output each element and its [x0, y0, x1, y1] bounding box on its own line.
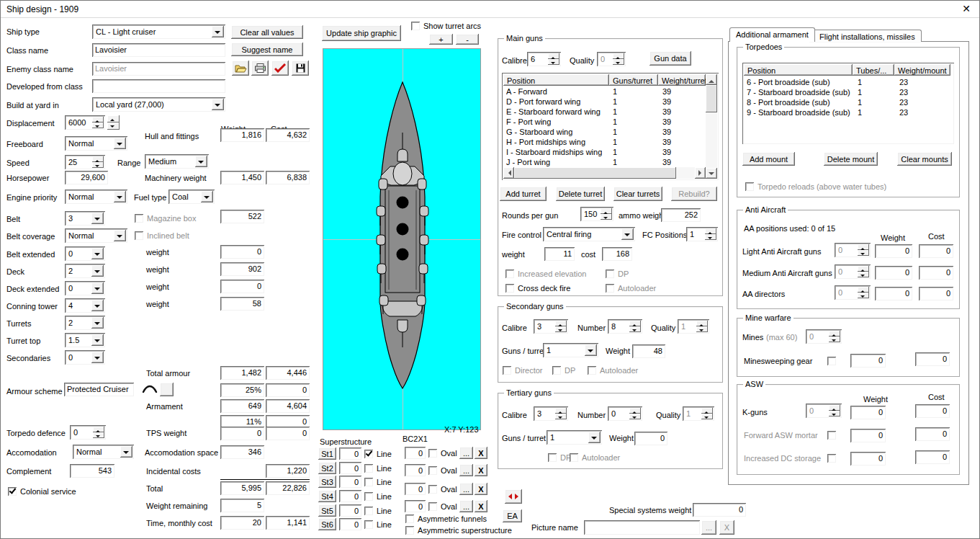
- conning-tower-select[interactable]: 4: [65, 298, 105, 313]
- oval1-delete-button[interactable]: X: [475, 447, 487, 459]
- oval2-field[interactable]: 0: [405, 464, 426, 476]
- turrets-select[interactable]: 2: [65, 316, 105, 330]
- delete-turret-button[interactable]: Delete turret: [556, 187, 605, 201]
- spinner-buttons[interactable]: [601, 208, 612, 220]
- st4-button[interactable]: St4: [318, 490, 336, 502]
- minesweeping-checkbox[interactable]: [827, 356, 836, 365]
- spin-down-icon[interactable]: [858, 293, 869, 298]
- validate-design-button[interactable]: [271, 61, 289, 76]
- torpedo-defence-spinner[interactable]: 0: [70, 425, 106, 440]
- spin-down-icon[interactable]: [705, 234, 716, 240]
- scroll-up-icon[interactable]: [709, 77, 714, 83]
- tertiary-number-spinner[interactable]: 0: [608, 406, 642, 421]
- save-button[interactable]: [292, 61, 309, 76]
- chevron-down-icon[interactable]: [621, 228, 634, 240]
- spinner-buttons[interactable]: [858, 266, 869, 277]
- oval1-checkbox[interactable]: Oval: [428, 448, 457, 458]
- spinner-buttons[interactable]: [92, 117, 104, 128]
- st2-line-checkbox[interactable]: Line: [364, 463, 392, 473]
- spinner-buttons[interactable]: [858, 244, 869, 256]
- suggest-name-button[interactable]: Suggest name: [231, 43, 303, 56]
- vertical-scrollbar[interactable]: [706, 74, 717, 179]
- spin-up-icon[interactable]: [829, 331, 840, 337]
- st5-line-checkbox[interactable]: Line: [364, 506, 392, 515]
- spin-up-icon[interactable]: [696, 321, 708, 326]
- show-turret-arcs-checkbox[interactable]: Show turret arcs: [411, 21, 481, 30]
- build-yard-select[interactable]: Local yard (27,000): [92, 97, 225, 112]
- deck-select[interactable]: 2: [65, 264, 105, 278]
- spin-up-icon[interactable]: [92, 156, 104, 162]
- spinner-buttons[interactable]: [858, 287, 869, 298]
- checkbox-box[interactable]: [405, 526, 414, 535]
- cross-deck-fire-checkbox[interactable]: Cross deck fire: [505, 283, 570, 293]
- checkbox-box[interactable]: [411, 22, 420, 30]
- table-row[interactable]: A - Forward139: [503, 86, 706, 97]
- checkbox-box[interactable]: [364, 464, 373, 473]
- oval1-more-button[interactable]: ...: [459, 447, 473, 459]
- spin-down-icon[interactable]: [696, 326, 708, 332]
- checkbox-box[interactable]: [428, 466, 437, 475]
- scrollbar-thumb[interactable]: [706, 85, 717, 112]
- checkbox-box[interactable]: [505, 284, 514, 293]
- spin-up-icon[interactable]: [858, 244, 869, 250]
- clear-turrets-button[interactable]: Clear turrets: [613, 187, 662, 201]
- asymmetric-superstructure-checkbox[interactable]: Asymmetric superstructure: [405, 525, 512, 535]
- checkbox-box[interactable]: [405, 514, 414, 523]
- swap-sides-button[interactable]: [505, 489, 522, 504]
- spin-down-icon[interactable]: [858, 250, 869, 256]
- st3-line-checkbox[interactable]: Line: [364, 477, 392, 486]
- picture-browse-button[interactable]: ...: [701, 520, 716, 535]
- column-header-guns-turret[interactable]: Guns/turret: [609, 74, 658, 86]
- spin-up-icon[interactable]: [92, 117, 104, 122]
- oval4-field[interactable]: 0: [405, 500, 426, 512]
- spin-down-icon[interactable]: [601, 214, 612, 220]
- zoom-in-button[interactable]: +: [429, 34, 453, 45]
- oval4-checkbox[interactable]: Oval: [428, 502, 457, 511]
- spin-down-icon[interactable]: [629, 414, 641, 419]
- chevron-down-icon[interactable]: [212, 26, 224, 37]
- checkbox-box[interactable]: [364, 520, 373, 529]
- table-row[interactable]: 9 - Starboard broadside (sub)123: [744, 107, 953, 118]
- spin-down-icon[interactable]: [629, 326, 641, 332]
- spin-up-icon[interactable]: [629, 321, 641, 326]
- st4-line-checkbox[interactable]: Line: [364, 491, 392, 501]
- st5-button[interactable]: St5: [318, 504, 336, 517]
- spinner-buttons[interactable]: [629, 321, 641, 332]
- mines-spinner[interactable]: 0: [806, 329, 842, 344]
- spin-up-icon[interactable]: [555, 321, 567, 326]
- clear-all-values-button[interactable]: Clear all values: [231, 25, 303, 39]
- oval2-more-button[interactable]: ...: [459, 464, 473, 476]
- secondary-quality-spinner[interactable]: 1: [678, 319, 709, 334]
- secondary-calibre-spinner[interactable]: 3: [534, 319, 568, 334]
- st1-field[interactable]: 0: [339, 447, 361, 460]
- accomodation-select[interactable]: Normal: [73, 445, 134, 459]
- st3-button[interactable]: St3: [318, 476, 336, 488]
- belt-select[interactable]: 3: [65, 211, 105, 226]
- horizontal-scrollbar[interactable]: [503, 167, 706, 179]
- picture-clear-button[interactable]: X: [719, 520, 734, 535]
- scroll-right-icon[interactable]: [698, 170, 704, 176]
- spin-down-icon[interactable]: [548, 59, 559, 65]
- spin-up-icon[interactable]: [829, 405, 840, 411]
- chevron-down-icon[interactable]: [91, 317, 104, 329]
- oval2-checkbox[interactable]: Oval: [428, 466, 457, 475]
- chevron-down-icon[interactable]: [114, 191, 126, 202]
- oval2-delete-button[interactable]: X: [475, 464, 487, 476]
- freeboard-select[interactable]: Normal: [65, 136, 127, 151]
- belt-coverage-select[interactable]: Normal: [65, 228, 127, 243]
- fire-control-select[interactable]: Central firing: [543, 227, 635, 241]
- spin-down-icon[interactable]: [555, 326, 567, 332]
- column-header-weight-mount[interactable]: Weight/mount: [894, 64, 950, 76]
- checkbox-box[interactable]: [364, 478, 373, 486]
- chevron-down-icon[interactable]: [91, 265, 104, 277]
- delete-mount-button[interactable]: Delete mount: [824, 152, 878, 166]
- spinner-buttons[interactable]: [548, 53, 559, 65]
- st1-line-checkbox[interactable]: Line: [364, 449, 392, 458]
- st1-button[interactable]: St1: [318, 447, 336, 460]
- spin-down-icon[interactable]: [858, 272, 869, 277]
- checkbox-box[interactable]: [364, 492, 373, 501]
- fuel-type-select[interactable]: Coal: [168, 190, 215, 204]
- scrollbar-thumb[interactable]: [514, 167, 676, 179]
- st5-field[interactable]: 0: [339, 504, 361, 517]
- tertiary-quality-spinner[interactable]: 1: [683, 406, 714, 421]
